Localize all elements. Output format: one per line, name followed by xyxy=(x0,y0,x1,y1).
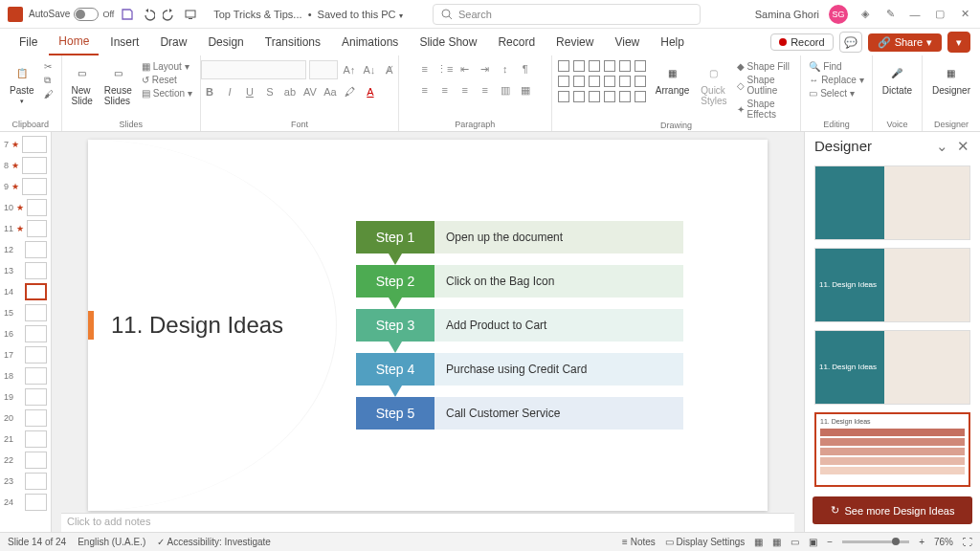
step-row[interactable]: Step 4Purchase using Credit Card xyxy=(356,353,683,386)
slide-thumbnail[interactable]: 9★ xyxy=(0,176,51,197)
tab-slideshow[interactable]: Slide Show xyxy=(410,30,486,55)
font-color-icon[interactable]: A xyxy=(362,83,379,100)
arrange-button[interactable]: ▦Arrange xyxy=(652,60,694,98)
slide-thumbnail[interactable]: 15 xyxy=(0,302,51,323)
user-name[interactable]: Samina Ghori xyxy=(755,9,819,20)
slide-thumbnail[interactable]: 14 xyxy=(0,281,51,302)
line-spacing-icon[interactable]: ↕ xyxy=(497,60,514,77)
layout-button[interactable]: ▦ Layout ▾ xyxy=(140,60,194,73)
tab-design[interactable]: Design xyxy=(198,30,253,55)
design-option[interactable]: 11. Design Ideas xyxy=(814,330,970,405)
tab-draw[interactable]: Draw xyxy=(150,30,196,55)
indent-dec-icon[interactable]: ⇤ xyxy=(457,60,474,77)
new-slide-button[interactable]: ▭New Slide xyxy=(68,60,97,108)
tab-review[interactable]: Review xyxy=(546,30,603,55)
slide-title[interactable]: 11. Design Ideas xyxy=(111,312,283,339)
tab-help[interactable]: Help xyxy=(651,30,694,55)
step-row[interactable]: Step 3Add Product to Cart xyxy=(356,309,683,342)
font-size-select[interactable] xyxy=(309,60,338,79)
undo-icon[interactable] xyxy=(141,7,156,22)
underline-icon[interactable]: U xyxy=(241,83,258,100)
tab-record[interactable]: Record xyxy=(488,30,545,55)
display-settings[interactable]: ▭ Display Settings xyxy=(665,537,745,547)
step-row[interactable]: Step 1Open up the document xyxy=(356,221,683,253)
format-painter-button[interactable]: 🖌 xyxy=(42,88,56,100)
tab-transitions[interactable]: Transitions xyxy=(256,30,330,55)
accessibility-checker[interactable]: ✓ Accessibility: Investigate xyxy=(157,537,271,547)
align-right-icon[interactable]: ≡ xyxy=(457,81,474,99)
paste-button[interactable]: 📋Paste▾ xyxy=(6,60,38,107)
quick-styles-button[interactable]: ▢Quick Styles xyxy=(697,60,730,108)
step-row[interactable]: Step 5Call Customer Service xyxy=(356,397,683,430)
normal-view-icon[interactable]: ▦ xyxy=(754,537,763,547)
shape-outline-button[interactable]: ◇ Shape Outline xyxy=(735,74,795,97)
case-icon[interactable]: Aa xyxy=(322,83,339,100)
italic-icon[interactable]: I xyxy=(221,83,238,100)
tab-animations[interactable]: Animations xyxy=(332,30,408,55)
tab-insert[interactable]: Insert xyxy=(100,30,148,55)
zoom-slider[interactable] xyxy=(842,540,909,543)
bold-icon[interactable]: B xyxy=(201,83,218,100)
reset-button[interactable]: ↺ Reset xyxy=(140,74,194,86)
align-center-icon[interactable]: ≡ xyxy=(436,81,454,99)
slide-thumbnail[interactable]: 21 xyxy=(0,429,51,450)
designer-button[interactable]: ▦Designer xyxy=(928,60,974,98)
language-indicator[interactable]: English (U.A.E.) xyxy=(78,537,145,547)
bullets-icon[interactable]: ≡ xyxy=(416,60,434,77)
replace-button[interactable]: ↔ Replace ▾ xyxy=(807,74,866,86)
numbering-icon[interactable]: ⋮≡ xyxy=(436,60,454,77)
slide-thumbnail[interactable]: 18 xyxy=(0,365,51,386)
minimize-icon[interactable]: — xyxy=(907,7,923,22)
slide-thumbnail[interactable]: 8★ xyxy=(0,155,51,176)
design-option[interactable]: 11. Design Ideas xyxy=(814,248,970,322)
design-option[interactable]: 11. Design Ideas xyxy=(814,412,970,487)
align-left-icon[interactable]: ≡ xyxy=(416,81,434,99)
columns-icon[interactable]: ▥ xyxy=(497,81,514,99)
shapes-gallery[interactable] xyxy=(558,60,648,104)
record-button[interactable]: Record xyxy=(770,33,833,51)
slide-thumbnail[interactable]: 17 xyxy=(0,344,51,365)
zoom-level[interactable]: 76% xyxy=(934,537,953,547)
close-icon[interactable]: ✕ xyxy=(957,7,972,22)
fit-to-window-icon[interactable]: ⛶ xyxy=(963,537,972,547)
zoom-out-icon[interactable]: − xyxy=(827,537,833,547)
collapse-ribbon-button[interactable]: ▾ xyxy=(947,32,970,53)
strike-icon[interactable]: S xyxy=(261,83,278,100)
chevron-down-icon[interactable]: ⌄ xyxy=(934,139,949,154)
text-direction-icon[interactable]: ¶ xyxy=(517,60,534,77)
slide-thumbnail[interactable]: 20 xyxy=(0,408,51,429)
diamond-icon[interactable]: ◈ xyxy=(858,7,873,22)
tab-view[interactable]: View xyxy=(605,30,649,55)
zoom-in-icon[interactable]: + xyxy=(919,537,924,547)
comments-button[interactable]: 💬 xyxy=(839,32,862,53)
font-family-select[interactable] xyxy=(201,60,306,79)
slideshow-view-icon[interactable]: ▣ xyxy=(809,537,817,547)
indent-inc-icon[interactable]: ⇥ xyxy=(477,60,494,77)
justify-icon[interactable]: ≡ xyxy=(477,81,494,99)
slide-thumbnail[interactable]: 11★ xyxy=(0,218,51,239)
select-button[interactable]: ▭ Select ▾ xyxy=(807,87,866,99)
user-avatar[interactable]: SG xyxy=(829,5,848,24)
slide-thumbnail[interactable]: 7★ xyxy=(0,134,51,155)
copy-button[interactable]: ⧉ xyxy=(42,74,56,87)
slide[interactable]: 11. Design Ideas Step 1Open up the docum… xyxy=(88,140,768,511)
increase-font-icon[interactable]: A↑ xyxy=(341,61,358,78)
design-option[interactable] xyxy=(814,165,970,240)
slide-thumbnail[interactable]: 16 xyxy=(0,323,51,344)
notes-panel[interactable]: Click to add notes xyxy=(61,513,794,532)
tab-file[interactable]: File xyxy=(10,30,47,55)
spacing-icon[interactable]: AV xyxy=(301,83,319,100)
slide-counter[interactable]: Slide 14 of 24 xyxy=(8,537,66,547)
reading-view-icon[interactable]: ▭ xyxy=(791,537,799,547)
slide-thumbnail[interactable]: 10★ xyxy=(0,197,51,218)
sorter-view-icon[interactable]: ▦ xyxy=(772,537,781,547)
save-icon[interactable] xyxy=(120,7,135,22)
shape-effects-button[interactable]: ✦ Shape Effects xyxy=(735,98,795,121)
search-input[interactable]: Search xyxy=(433,4,701,25)
smartart-icon[interactable]: ▦ xyxy=(517,81,534,99)
autosave-toggle[interactable]: AutoSave Off xyxy=(29,8,114,21)
slide-thumbnail[interactable]: 12 xyxy=(0,239,51,260)
pen-icon[interactable]: ✎ xyxy=(882,7,898,22)
toggle-icon[interactable] xyxy=(74,8,99,21)
slide-thumbnail[interactable]: 24 xyxy=(0,492,51,513)
